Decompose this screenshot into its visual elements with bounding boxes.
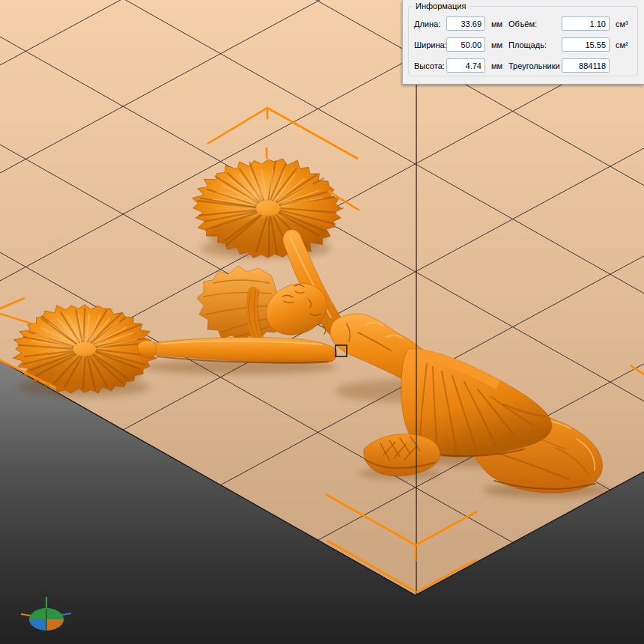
field-width-input[interactable] [446,37,485,52]
info-groupbox-title: Информация [413,1,469,11]
axis-x-label: x [72,609,77,619]
field-width-label: Ширина: [414,40,446,49]
axis-y-label: y [13,609,18,619]
field-length-unit: мм [487,19,508,28]
field-height-input[interactable] [446,58,485,73]
field-volume-unit: см³ [611,19,634,28]
info-panel: Информация Длина: мм Объём: см³ Ширина: … [402,0,644,85]
field-area-unit: см² [611,40,634,49]
field-volume-label: Объём: [508,19,562,28]
field-length-label: Длина: [414,19,446,28]
field-height-unit: мм [487,61,508,70]
field-width-unit: мм [487,40,508,49]
field-area-input[interactable] [562,37,610,52]
pom-pom-strand [269,216,270,255]
field-length-input[interactable] [446,16,485,31]
field-triangles-label: Треугольники [508,61,562,70]
field-volume-input[interactable] [562,16,610,31]
info-fields: Длина: мм Объём: см³ Ширина: мм Площадь:… [409,7,637,73]
info-groupbox: Информация Длина: мм Объём: см³ Ширина: … [408,6,638,76]
axis-z-label: z [43,586,48,597]
field-triangles-input[interactable] [562,58,610,73]
field-area-label: Площадь: [508,40,562,49]
viewport-3d[interactable]: z y x [0,0,644,644]
app-window: { "info_panel": { "title": "Информация",… [0,0,644,644]
field-height-label: Высота: [414,61,446,70]
pom-pom-strand [84,309,85,341]
